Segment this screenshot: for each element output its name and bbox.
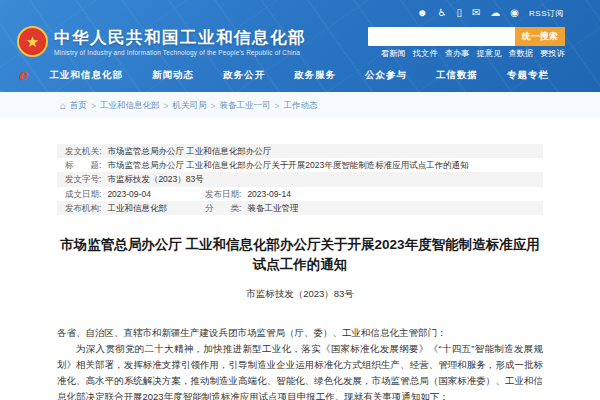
breadcrumb-equipment-dept[interactable]: 装备工业一司 [219, 100, 270, 112]
nav-item-miit[interactable]: 工业和信息化部 [50, 65, 124, 86]
weibo-icon[interactable]: ◉ [510, 7, 519, 19]
search-button[interactable]: 统一搜索 [515, 27, 565, 46]
site-title-english: Ministry of Industry and Information Tec… [54, 49, 300, 56]
meta-row-title: 标 题: 市场监管总局办公厅 工业和信息化部办公厅关于开展2023年度智能制造标… [57, 158, 543, 172]
nav-item-news[interactable]: 新闻动态 [152, 65, 194, 86]
meta-label: 发文机关: [65, 146, 101, 156]
nav-item-public-participation[interactable]: 公众参与 [365, 65, 407, 86]
wechat-icon[interactable]: ☁ [490, 7, 500, 19]
meta-row-publisher-category: 发布机构: 工业和信息化部 分 类: 装备工业管理 [57, 201, 543, 215]
quick-link-documents[interactable]: 找文件 [413, 48, 438, 59]
meta-value: 2023-09-04 [107, 189, 150, 199]
meta-label: 分 类: [205, 203, 241, 213]
breadcrumb-separator: > [274, 101, 279, 111]
nav-item-special-topics[interactable]: 专题专栏 [507, 65, 549, 86]
article-body: 各省、自治区、直辖市和新疆生产建设兵团市场监管局（厅、委）、工业和信息化主管部门… [57, 325, 543, 400]
breadcrumb-separator: > [164, 101, 169, 111]
nav-item-gov-services[interactable]: 政务服务 [294, 65, 336, 86]
search-input[interactable] [368, 27, 515, 46]
meta-value: 2023-09-14 [247, 189, 290, 199]
meta-value: 市监标技发（2023）83号 [107, 174, 203, 184]
quick-link-complaints[interactable]: 要投诉 [540, 48, 565, 59]
meta-value: 市场监管总局办公厅 工业和信息化部办公厅 [107, 146, 271, 156]
document-meta-table: 发文机关: 市场监管总局办公厅 工业和信息化部办公厅 标 题: 市场监管总局办公… [57, 144, 543, 215]
emblem-star: ★ [26, 34, 39, 49]
mail-icon[interactable]: ✉ [472, 7, 480, 19]
meta-value: 市场监管总局办公厅 工业和信息化部办公厅关于开展2023年度智能制造标准应用试点… [107, 160, 468, 170]
meta-value: 装备工业管理 [247, 203, 298, 213]
unified-search: 统一搜索 [368, 27, 565, 46]
breadcrumb-home[interactable]: 首页 [70, 100, 87, 112]
nav-item-industry-data[interactable]: 工信数据 [436, 65, 478, 86]
meta-label: 发布机构: [65, 203, 101, 213]
article-salutation: 各省、自治区、直辖市和新疆生产建设兵团市场监管局（厅、委）、工业和信息化主管部门… [57, 325, 543, 341]
breadcrumb-separator: > [91, 101, 96, 111]
article-title: 市场监管总局办公厅 工业和信息化部办公厅关于开展2023年度智能制造标准应用试点… [57, 235, 543, 275]
breadcrumb-current: 工作动态 [283, 100, 317, 112]
nav-items: 工业和信息化部 新闻动态 政务公开 政务服务 公众参与 工信数据 专题专栏 [50, 65, 579, 86]
article-paragraph: 为深入贯彻党的二十大精神，加快推进新型工业化，落实《国家标准化发展纲要》《“十四… [57, 341, 543, 400]
breadcrumb-separator: > [210, 101, 215, 111]
miit-e-logo: e [18, 66, 28, 84]
header-quick-links: 看新闻 找文件 查办事 提意见 查数据 要投诉 [381, 48, 565, 59]
rss-link[interactable]: RSS订阅 [529, 8, 564, 19]
meta-row-issuing-agency: 发文机关: 市场监管总局办公厅 工业和信息化部办公厅 [57, 144, 543, 158]
nav-item-gov-openness[interactable]: 政务公开 [223, 65, 265, 86]
breadcrumb-departments[interactable]: 机关司局 [172, 100, 206, 112]
main-nav: e 工业和信息化部 新闻动态 政务公开 政务服务 公众参与 工信数据 专题专栏 [0, 60, 600, 90]
quick-link-data[interactable]: 查数据 [508, 48, 533, 59]
meta-value: 工业和信息化部 [107, 203, 167, 213]
article-content: 发文机关: 市场监管总局办公厅 工业和信息化部办公厅 标 题: 市场监管总局办公… [57, 118, 543, 400]
accessibility-icon[interactable]: ♿ [437, 7, 446, 19]
header-utility-icons: ☻ ♿ ▯ ✉ ☁ ◉ RSS订阅 [417, 7, 564, 19]
meta-label: 发布日期: [205, 189, 241, 199]
site-header: ★ 中华人民共和国工业和信息化部 Ministry of Industry an… [0, 0, 600, 92]
breadcrumb: ⌂ 首页 > 工业和信息化部 > 机关司局 > 装备工业一司 > 工作动态 [60, 100, 317, 112]
page: ★ 中华人民共和国工业和信息化部 Ministry of Industry an… [0, 0, 600, 400]
home-icon[interactable]: ⌂ [60, 101, 66, 111]
meta-row-doc-number: 发文字号: 市监标技发（2023）83号 [57, 172, 543, 186]
quick-link-news[interactable]: 看新闻 [381, 48, 406, 59]
site-title: 中华人民共和国工业和信息化部 [54, 27, 306, 49]
meta-label: 成文日期: [65, 189, 101, 199]
meta-label: 发文字号: [65, 174, 101, 184]
meta-row-dates: 成文日期: 2023-09-04 发布日期: 2023-09-14 [57, 187, 543, 201]
assistant-icon[interactable]: ☻ [417, 7, 428, 19]
meta-label: 标 题: [65, 160, 101, 170]
national-emblem-icon: ★ [17, 26, 48, 57]
mobile-icon[interactable]: ▯ [456, 7, 462, 19]
breadcrumb-miit[interactable]: 工业和信息化部 [100, 100, 160, 112]
breadcrumb-bar: ⌂ 首页 > 工业和信息化部 > 机关司局 > 装备工业一司 > 工作动态 [0, 92, 600, 118]
quick-link-services[interactable]: 查办事 [445, 48, 470, 59]
article-doc-number: 市监标技发（2023）83号 [57, 288, 543, 301]
quick-link-opinions[interactable]: 提意见 [476, 48, 501, 59]
